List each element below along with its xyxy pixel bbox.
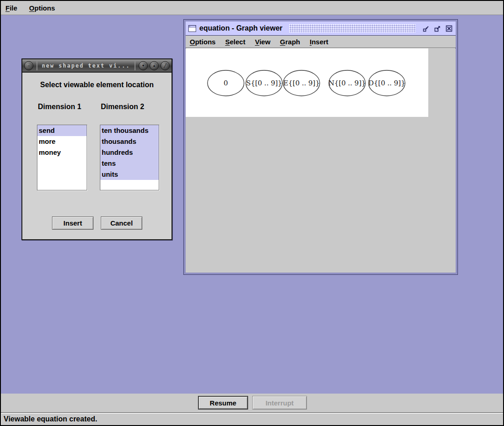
window-icon [188,25,196,32]
slash-icon: ╱ [164,63,166,68]
equation-graph: 0 S{[0 .. 9]} E{[0 .. 9]} N{[0 .. 9 [186,48,428,117]
node-label: 0 [223,79,228,87]
cancel-button[interactable]: Cancel [101,216,142,230]
triangle-down-icon: ▼ [142,64,145,67]
graph-viewer-window: equation - Graph viewer [184,20,457,274]
insert-button[interactable]: Insert [52,216,94,230]
menu-gv-select[interactable]: Select [225,38,245,46]
unshade-button[interactable]: ▲ [150,61,159,70]
status-message: Viewable equation created. [4,415,97,423]
list-item[interactable]: more [37,136,87,147]
graph-node-D[interactable]: D{[0 .. 9]} [369,70,405,96]
graph-viewer-menubar: Options Select View Graph Insert [186,36,456,48]
graph-viewer-titlebar[interactable]: equation - Graph viewer [186,21,456,36]
menu-gv-insert[interactable]: Insert [310,38,328,46]
close-button[interactable]: ╱ [161,61,170,70]
graph-node-E[interactable]: E{[0 .. 9]} [283,70,320,96]
menu-options[interactable]: Options [29,4,55,12]
app-menubar: File Options [1,1,503,15]
list-item[interactable]: hundreds [100,147,159,158]
node-label: N{[0 .. 9]} [328,79,366,87]
minimize-icon[interactable] [422,25,430,32]
node-label: E{[0 .. 9]} [283,79,320,87]
dimension2-label: Dimension 2 [101,103,144,111]
menu-gv-graph[interactable]: Graph [280,38,300,46]
graph-node-S[interactable]: S{[0 .. 9]} [246,70,282,96]
list-item[interactable]: money [37,147,87,158]
dimension1-label: Dimension 1 [38,103,81,111]
screen: File Options − New shaped text vi... ▼ ▲… [0,0,504,426]
triangle-up-icon: ▲ [153,64,156,67]
list-item[interactable]: thousands [100,136,159,147]
dimension1-list[interactable]: send more money [37,125,87,190]
dialog-titlebar[interactable]: − New shaped text vi... ▼ ▲ ╱ [22,59,171,73]
control-bar: Resume Interrupt [1,394,503,412]
graph-canvas[interactable]: 0 S{[0 .. 9]} E{[0 .. 9]} N{[0 .. 9 [186,48,428,117]
menu-gv-view[interactable]: View [255,38,270,46]
graph-viewer-title: equation - Graph viewer [199,24,282,32]
graph-viewport: 0 S{[0 .. 9]} E{[0 .. 9]} N{[0 .. 9 [186,48,456,273]
titlebar-texture [289,24,416,32]
close-icon[interactable] [445,25,453,32]
status-bar: Viewable equation created. [1,412,503,425]
dialog-new-shaped-text-viewer: − New shaped text vi... ▼ ▲ ╱ Select vie… [21,58,172,240]
list-item[interactable]: units [100,169,159,180]
menu-file[interactable]: File [5,4,17,12]
maximize-icon[interactable] [434,25,442,32]
resume-button[interactable]: Resume [198,396,248,410]
list-item[interactable]: send [37,125,87,136]
node-label: S{[0 .. 9]} [246,79,282,87]
minus-icon: − [27,63,30,68]
dimension2-list[interactable]: ten thousands thousands hundreds tens un… [100,125,159,190]
graph-node-N[interactable]: N{[0 .. 9]} [328,70,366,96]
list-item[interactable]: ten thousands [100,125,159,136]
window-controls [422,25,453,32]
desktop: − New shaped text vi... ▼ ▲ ╱ Select vie… [1,15,503,394]
list-item[interactable]: tens [100,158,159,169]
dialog-title: New shaped text vi... [42,63,130,69]
menu-gv-options[interactable]: Options [190,38,216,46]
shade-button[interactable]: ▼ [139,61,148,70]
window-menu-button[interactable]: − [24,61,33,70]
dialog-title-area: New shaped text vi... [36,61,135,70]
node-label: D{[0 .. 9]} [369,79,405,87]
graph-node-0[interactable]: 0 [208,70,244,96]
interrupt-button: Interrupt [252,396,307,410]
dialog-heading: Select viewable element location [22,81,171,89]
